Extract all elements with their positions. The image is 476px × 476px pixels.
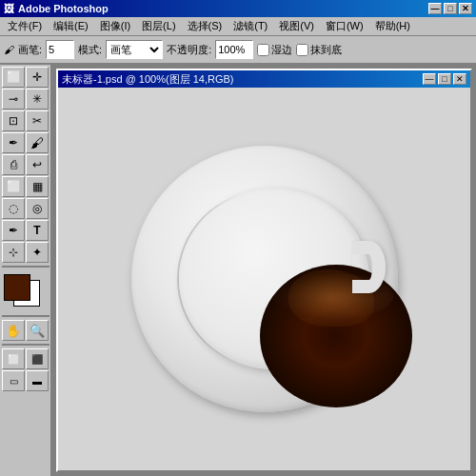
tool-separator-2 [2,315,50,317]
image-canvas [58,88,470,470]
eraser-tool[interactable]: ⬜ [2,176,25,197]
canvas-area: 未标器-1.psd @ 100%(图层 14,RGB) — □ ✕ [52,65,476,476]
tool-row-12: ▭ ▬ [2,370,49,391]
tool-row-11: ⬜ ⬛ [2,348,49,369]
magic-wand-tool[interactable]: ✳ [26,89,49,109]
wet-edges-checkbox[interactable] [257,44,269,56]
gradient-tool[interactable]: ▦ [26,176,49,197]
blur-tool[interactable]: ◌ [2,198,25,219]
menu-item-H[interactable]: 帮助(H) [369,17,416,35]
tool-row-2: ⊸ ✳ [2,89,49,109]
tool-separator [2,266,50,268]
doc-minimize-button[interactable]: — [423,73,436,85]
window-controls: — □ ✕ [428,3,472,14]
mode-select[interactable]: 画笔 [106,40,163,59]
brush-size-input[interactable] [46,40,74,59]
menu-item-E[interactable]: 编辑(E) [48,17,94,35]
tool-row-8: ✒ T [2,220,49,241]
menu-item-W[interactable]: 窗口(W) [320,17,369,35]
app-icon: 🖼 [4,3,14,14]
cup [179,188,369,369]
app-title: Adobe Photoshop [18,3,428,14]
airbrush-checkbox[interactable] [296,44,308,56]
brush-label: 画笔: [18,43,42,57]
path-selection-tool[interactable]: ⊹ [2,242,25,263]
tool-row-7: ◌ ◎ [2,198,49,219]
mode-label: 模式: [78,43,102,57]
menu-item-V[interactable]: 视图(V) [273,17,320,35]
app-title-bar: 🖼 Adobe Photoshop — □ ✕ [0,0,476,17]
stamp-tool[interactable]: ⎙ [2,154,25,175]
custom-shape-tool[interactable]: ✦ [26,242,49,263]
document-title: 未标器-1.psd @ 100%(图层 14,RGB) [62,72,423,87]
menu-item-F[interactable]: 文件(F) [2,17,48,35]
toolbar-brush-icon: 🖌 [4,44,14,55]
tool-row-6: ⬜ ▦ [2,176,49,197]
menu-item-S[interactable]: 选择(S) [182,17,228,35]
close-button[interactable]: ✕ [459,3,472,14]
toolbar: 🖌 画笔: 模式: 画笔 不透明度: 湿边 抹到底 [0,36,476,65]
quick-mask-off[interactable]: ⬜ [2,348,25,369]
minimize-button[interactable]: — [428,3,442,14]
dodge-tool[interactable]: ◎ [26,198,49,219]
doc-close-button[interactable]: ✕ [453,73,466,85]
foreground-color-swatch[interactable] [4,274,30,301]
toolbox: ⬜ ✛ ⊸ ✳ ⊡ ✂ ✒ 🖌 ⎙ ↩ ⬜ ▦ ◌ ◎ ✒ T [0,65,52,476]
tool-row-10: ✋ 🔍 [2,320,49,341]
screen-mode[interactable]: ▭ [2,370,25,391]
tool-row-5: ⎙ ↩ [2,154,49,175]
move-tool[interactable]: ✛ [26,67,49,88]
cup-handle [352,241,386,293]
color-swatches[interactable] [2,272,50,310]
pen-tool[interactable]: ✒ [2,220,25,241]
menu-item-T[interactable]: 滤镜(T) [228,17,273,35]
marquee-tool[interactable]: ⬜ [2,67,25,88]
hand-tool[interactable]: ✋ [2,320,25,341]
coffee-scene [117,131,412,426]
menu-item-I[interactable]: 图像(I) [94,17,136,35]
slice-tool[interactable]: ✂ [26,110,49,131]
tool-separator-3 [2,344,50,346]
opacity-label: 不透明度: [167,43,211,57]
opacity-input[interactable] [215,40,253,59]
airbrush-label[interactable]: 抹到底 [296,43,342,57]
tool-row-1: ⬜ ✛ [2,67,49,88]
zoom-tool[interactable]: 🔍 [26,320,49,341]
tool-row-4: ✒ 🖌 [2,132,49,153]
fullscreen-mode[interactable]: ▬ [26,370,49,391]
healing-tool[interactable]: ✒ [2,132,25,153]
type-tool[interactable]: T [26,220,49,241]
tool-row-3: ⊡ ✂ [2,110,49,131]
quick-mask-on[interactable]: ⬛ [26,348,49,369]
document-title-bar: 未标器-1.psd @ 100%(图层 14,RGB) — □ ✕ [58,70,470,88]
menu-bar: 文件(F)编辑(E)图像(I)图层(L)选择(S)滤镜(T)视图(V)窗口(W)… [0,17,476,36]
document-window: 未标器-1.psd @ 100%(图层 14,RGB) — □ ✕ [56,69,472,472]
tool-row-9: ⊹ ✦ [2,242,49,263]
coffee-liquid [260,265,412,407]
maximize-button[interactable]: □ [444,3,457,14]
wet-edges-label[interactable]: 湿边 [257,43,292,57]
doc-maximize-button[interactable]: □ [438,73,451,85]
history-brush-tool[interactable]: ↩ [26,154,49,175]
doc-window-controls: — □ ✕ [423,73,466,85]
lasso-tool[interactable]: ⊸ [2,89,25,109]
menu-item-L[interactable]: 图层(L) [136,17,181,35]
main-area: ⬜ ✛ ⊸ ✳ ⊡ ✂ ✒ 🖌 ⎙ ↩ ⬜ ▦ ◌ ◎ ✒ T [0,65,476,476]
brush-tool[interactable]: 🖌 [26,132,49,153]
crop-tool[interactable]: ⊡ [2,110,25,131]
